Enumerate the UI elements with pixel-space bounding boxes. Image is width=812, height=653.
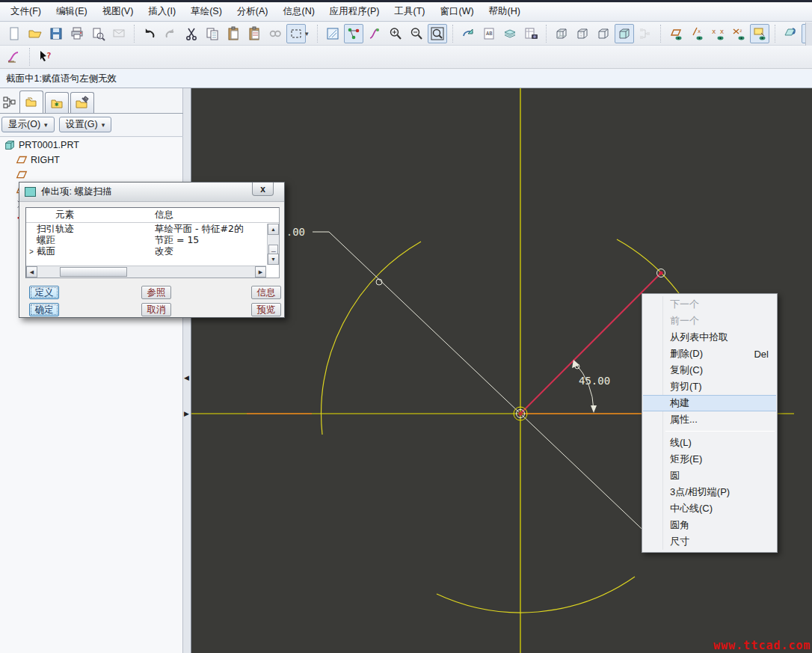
datum-refs-icon[interactable] xyxy=(344,24,363,43)
menu-a[interactable]: 分析(A) xyxy=(230,2,276,21)
dialog-title-bar[interactable]: 伸出项: 螺旋扫描 xyxy=(19,183,284,202)
select-box-icon[interactable] xyxy=(286,24,306,43)
dialog-button-取消[interactable]: 取消 xyxy=(141,303,171,316)
folder-tab[interactable] xyxy=(19,91,43,113)
wireframe-cube-icon[interactable] xyxy=(552,24,571,43)
context-menu-item-属性[interactable]: 属性... xyxy=(643,411,776,428)
context-menu-item-3点相切端P[interactable]: 3点/相切端(P) xyxy=(643,484,776,500)
vertical-scrollbar[interactable]: ▲ ☰ ▼ xyxy=(267,224,279,265)
menu-h[interactable]: 帮助(H) xyxy=(482,2,528,21)
context-menu-item-复制C[interactable]: 复制(C) xyxy=(643,362,776,378)
selected-line-45deg[interactable] xyxy=(520,273,661,414)
tree-item-right[interactable]: RIGHT xyxy=(0,153,182,168)
column-header-info: 信息 xyxy=(155,209,279,221)
repaint-icon[interactable] xyxy=(458,24,478,43)
context-menu-item-删除D[interactable]: 删除(D)Del xyxy=(643,346,776,362)
toolbar-overflow-strip[interactable] xyxy=(805,22,812,46)
paste-special-icon[interactable] xyxy=(244,24,264,43)
save-icon[interactable] xyxy=(46,24,66,43)
context-menu-item-从列表中拾取[interactable]: 从列表中拾取 xyxy=(643,329,776,346)
element-table-row[interactable]: 扫引轨迹草绘平面 - 特征#2的 xyxy=(26,224,266,235)
reorient-icon[interactable] xyxy=(781,24,800,43)
collapse-panel-icon[interactable]: ◀ xyxy=(184,374,189,381)
dialog-button-预览[interactable]: 预览 xyxy=(251,303,281,316)
arc-upper-left[interactable] xyxy=(322,242,421,435)
datum-plane-toggle-icon[interactable] xyxy=(666,24,686,43)
dialog-button-参照[interactable]: 参照 xyxy=(141,286,171,299)
menu-i[interactable]: 插入(I) xyxy=(141,2,183,21)
display-dropdown-button[interactable]: 显示(O)▾ xyxy=(1,117,55,132)
point-toggle-icon[interactable]: x x xyxy=(708,24,728,43)
element-table-row[interactable]: >截面改变 xyxy=(26,246,266,257)
endpoint-marker[interactable] xyxy=(659,271,662,275)
panel-splitter[interactable]: ◀ ▶ xyxy=(183,88,191,653)
center-point[interactable] xyxy=(518,411,522,415)
angle-dimension-text[interactable]: 45.00 xyxy=(579,375,610,387)
print-preview-icon[interactable] xyxy=(88,24,108,43)
context-help-icon[interactable]: ? xyxy=(35,47,55,67)
arc-bottom[interactable] xyxy=(437,577,635,613)
tree-item[interactable] xyxy=(0,168,182,183)
scroll-down-icon[interactable]: ▼ xyxy=(268,254,279,265)
scroll-right-icon[interactable]: ▶ xyxy=(255,266,266,278)
close-icon[interactable]: x xyxy=(252,183,274,196)
undo-icon[interactable] xyxy=(140,24,159,43)
zoom-in-icon[interactable] xyxy=(386,24,405,43)
context-menu-item-中心线C[interactable]: 中心线(C) xyxy=(643,500,776,517)
dropdown-label: 设置(G) xyxy=(66,118,98,131)
context-menu-item-圆角[interactable]: 圆角 xyxy=(643,517,776,533)
menu-e[interactable]: 编辑(E) xyxy=(49,2,95,21)
new-file-icon[interactable] xyxy=(4,24,24,43)
menu-n[interactable]: 信息(N) xyxy=(275,2,322,21)
context-menu-item-尺寸[interactable]: 尺寸 xyxy=(643,533,776,550)
scroll-left-icon[interactable]: ◀ xyxy=(26,266,37,278)
horizontal-scrollbar[interactable]: ◀ ▶ xyxy=(26,266,266,278)
copy-icon[interactable] xyxy=(203,24,222,43)
dropdown-caret-icon[interactable]: ▾ xyxy=(305,30,313,37)
favorites-tab[interactable]: ✱ xyxy=(45,92,69,113)
sketch-setup-icon[interactable] xyxy=(365,24,384,43)
context-menu-item-构建[interactable]: 构建 xyxy=(643,395,776,411)
menu-s[interactable]: 草绘(S) xyxy=(183,2,230,21)
context-menu-item-剪切T[interactable]: 剪切(T) xyxy=(643,378,776,395)
menu-w[interactable]: 窗口(W) xyxy=(432,2,481,21)
dialog-button-信息[interactable]: 信息 xyxy=(251,286,281,299)
zoom-fit-icon[interactable] xyxy=(428,24,447,43)
toolbar-group xyxy=(320,24,450,43)
layers-icon[interactable] xyxy=(500,24,520,43)
print-icon[interactable] xyxy=(67,24,87,43)
note-toggle-icon[interactable] xyxy=(750,24,769,43)
datum-axis-toggle-icon[interactable]: x xyxy=(687,24,707,43)
menu-v[interactable]: 视图(V) xyxy=(95,2,141,21)
dialog-button-确定[interactable]: 确定 xyxy=(29,303,59,316)
settings-dropdown-button[interactable]: 设置(G)▾ xyxy=(59,117,112,132)
tools-tab[interactable] xyxy=(70,92,94,113)
model-tree-tab[interactable] xyxy=(0,92,19,113)
sketch-view-icon[interactable] xyxy=(323,24,342,43)
element-table-row[interactable]: 螺距节距 = 15 xyxy=(26,235,266,246)
horizontal-scroll-thumb[interactable] xyxy=(60,267,127,277)
scroll-up-icon[interactable]: ▲ xyxy=(268,224,279,235)
shaded-cube-icon[interactable] xyxy=(615,24,634,43)
hidden-line-cube-icon[interactable] xyxy=(573,24,592,43)
no-hidden-cube-icon[interactable] xyxy=(594,24,613,43)
sketcher-tool-icon[interactable] xyxy=(4,47,24,67)
context-menu-item-线L[interactable]: 线(L) xyxy=(643,435,776,451)
model-tree-camera-icon[interactable] xyxy=(521,24,541,43)
menu-p[interactable]: 应用程序(P) xyxy=(322,2,387,21)
tree-item-prt0001prt[interactable]: PRT0001.PRT xyxy=(0,138,182,153)
dialog-button-定义[interactable]: 定义 xyxy=(29,286,59,299)
open-file-icon[interactable] xyxy=(25,24,45,43)
expand-panel-icon[interactable]: ▶ xyxy=(184,410,189,417)
mini-tree-icon xyxy=(636,24,655,43)
menu-f[interactable]: 文件(F) xyxy=(3,2,49,21)
context-menu-item-圆[interactable]: 圆 xyxy=(643,467,776,484)
csys-toggle-icon[interactable]: z xyxy=(729,24,748,43)
paste-icon[interactable] xyxy=(224,24,243,43)
menu-t[interactable]: 工具(T) xyxy=(387,2,433,21)
zoom-out-icon[interactable] xyxy=(407,24,426,43)
context-menu-item-矩形E[interactable]: 矩形(E) xyxy=(643,451,776,467)
leader-dimension-text[interactable]: .00 xyxy=(286,226,305,238)
cut-icon[interactable] xyxy=(182,24,201,43)
annotation-ab-icon[interactable]: AB xyxy=(479,24,499,43)
